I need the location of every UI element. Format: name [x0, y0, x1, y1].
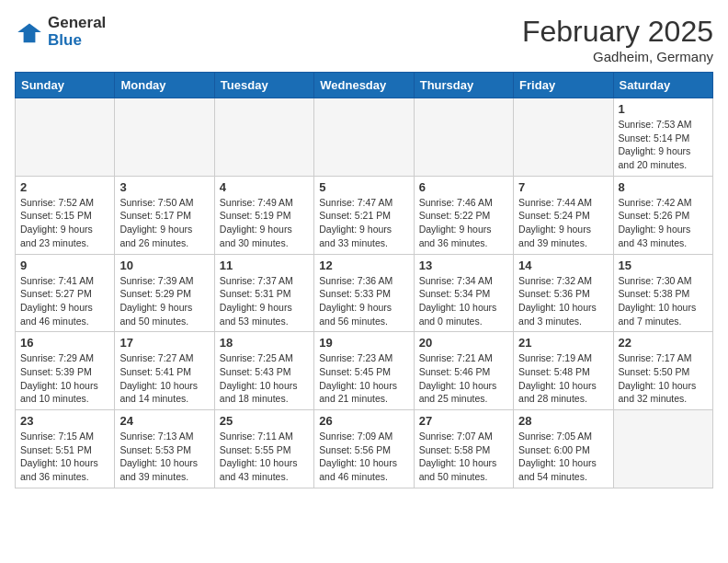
calendar-cell: 21Sunrise: 7:19 AM Sunset: 5:48 PM Dayli… — [514, 332, 613, 410]
day-info: Sunrise: 7:52 AM Sunset: 5:15 PM Dayligh… — [20, 196, 109, 250]
day-number: 18 — [220, 336, 309, 350]
day-info: Sunrise: 7:05 AM Sunset: 6:00 PM Dayligh… — [518, 430, 608, 484]
day-info: Sunrise: 7:53 AM Sunset: 5:14 PM Dayligh… — [619, 118, 708, 172]
day-number: 1 — [619, 102, 708, 116]
calendar-week-row: 23Sunrise: 7:15 AM Sunset: 5:51 PM Dayli… — [16, 410, 713, 488]
day-number: 23 — [20, 414, 109, 428]
calendar-cell: 12Sunrise: 7:36 AM Sunset: 5:33 PM Dayli… — [314, 254, 414, 332]
day-info: Sunrise: 7:37 AM Sunset: 5:31 PM Dayligh… — [220, 274, 309, 328]
day-number: 20 — [419, 336, 508, 350]
calendar-cell: 24Sunrise: 7:13 AM Sunset: 5:53 PM Dayli… — [115, 410, 214, 488]
day-info: Sunrise: 7:41 AM Sunset: 5:27 PM Dayligh… — [20, 274, 109, 328]
day-number: 15 — [619, 259, 708, 272]
day-info: Sunrise: 7:44 AM Sunset: 5:24 PM Dayligh… — [518, 196, 608, 250]
day-number: 27 — [419, 414, 508, 428]
calendar-cell: 17Sunrise: 7:27 AM Sunset: 5:41 PM Dayli… — [115, 332, 214, 410]
calendar-cell: 5Sunrise: 7:47 AM Sunset: 5:21 PM Daylig… — [314, 176, 414, 254]
day-number: 2 — [20, 180, 109, 194]
title-block: February 2025 Gadheim, Germany — [522, 15, 713, 64]
calendar-cell: 27Sunrise: 7:07 AM Sunset: 5:58 PM Dayli… — [414, 410, 513, 488]
weekday-header-thursday: Thursday — [414, 73, 513, 98]
calendar-cell: 6Sunrise: 7:46 AM Sunset: 5:22 PM Daylig… — [414, 176, 513, 254]
calendar-cell: 1Sunrise: 7:53 AM Sunset: 5:14 PM Daylig… — [613, 98, 712, 177]
day-info: Sunrise: 7:23 AM Sunset: 5:45 PM Dayligh… — [319, 351, 408, 406]
day-info: Sunrise: 7:19 AM Sunset: 5:48 PM Dayligh… — [518, 351, 608, 406]
day-number: 3 — [119, 180, 209, 194]
logo-icon — [15, 17, 44, 47]
day-info: Sunrise: 7:13 AM Sunset: 5:53 PM Dayligh… — [119, 430, 209, 484]
day-number: 12 — [319, 259, 408, 272]
day-number: 16 — [20, 336, 109, 350]
calendar-week-row: 1Sunrise: 7:53 AM Sunset: 5:14 PM Daylig… — [16, 98, 713, 177]
day-info: Sunrise: 7:36 AM Sunset: 5:33 PM Dayligh… — [319, 274, 408, 328]
weekday-header-tuesday: Tuesday — [214, 73, 313, 98]
day-number: 6 — [419, 180, 508, 194]
day-number: 8 — [619, 180, 708, 194]
calendar-cell — [314, 98, 414, 177]
day-info: Sunrise: 7:46 AM Sunset: 5:22 PM Dayligh… — [419, 196, 508, 250]
day-info: Sunrise: 7:32 AM Sunset: 5:36 PM Dayligh… — [518, 274, 608, 328]
calendar-table: SundayMondayTuesdayWednesdayThursdayFrid… — [15, 72, 713, 488]
calendar-cell: 3Sunrise: 7:50 AM Sunset: 5:17 PM Daylig… — [115, 176, 214, 254]
logo: General Blue — [15, 15, 106, 49]
day-number: 21 — [518, 336, 608, 350]
day-info: Sunrise: 7:49 AM Sunset: 5:19 PM Dayligh… — [220, 196, 309, 250]
day-number: 9 — [20, 259, 109, 272]
day-info: Sunrise: 7:30 AM Sunset: 5:38 PM Dayligh… — [619, 274, 708, 328]
calendar-cell: 8Sunrise: 7:42 AM Sunset: 5:26 PM Daylig… — [613, 176, 712, 254]
calendar-cell: 10Sunrise: 7:39 AM Sunset: 5:29 PM Dayli… — [115, 254, 214, 332]
day-info: Sunrise: 7:50 AM Sunset: 5:17 PM Dayligh… — [119, 196, 209, 250]
day-number: 17 — [119, 336, 209, 350]
calendar-cell — [115, 98, 214, 177]
calendar-cell: 16Sunrise: 7:29 AM Sunset: 5:39 PM Dayli… — [16, 332, 115, 410]
day-info: Sunrise: 7:39 AM Sunset: 5:29 PM Dayligh… — [119, 274, 209, 328]
calendar-cell: 15Sunrise: 7:30 AM Sunset: 5:38 PM Dayli… — [613, 254, 712, 332]
day-number: 25 — [220, 414, 309, 428]
day-number: 10 — [119, 259, 209, 272]
calendar-cell: 28Sunrise: 7:05 AM Sunset: 6:00 PM Dayli… — [514, 410, 613, 488]
logo-text: General Blue — [48, 15, 106, 49]
logo-blue: Blue — [48, 32, 106, 50]
weekday-header-wednesday: Wednesday — [314, 73, 414, 98]
day-number: 14 — [518, 259, 608, 272]
day-info: Sunrise: 7:21 AM Sunset: 5:46 PM Dayligh… — [419, 351, 508, 406]
calendar-cell — [16, 98, 115, 177]
day-info: Sunrise: 7:25 AM Sunset: 5:43 PM Dayligh… — [220, 351, 309, 406]
day-info: Sunrise: 7:27 AM Sunset: 5:41 PM Dayligh… — [119, 351, 209, 406]
calendar-cell: 11Sunrise: 7:37 AM Sunset: 5:31 PM Dayli… — [214, 254, 313, 332]
day-info: Sunrise: 7:29 AM Sunset: 5:39 PM Dayligh… — [20, 351, 109, 406]
calendar-cell — [613, 410, 712, 488]
day-info: Sunrise: 7:07 AM Sunset: 5:58 PM Dayligh… — [419, 430, 508, 484]
calendar-cell: 23Sunrise: 7:15 AM Sunset: 5:51 PM Dayli… — [16, 410, 115, 488]
day-info: Sunrise: 7:17 AM Sunset: 5:50 PM Dayligh… — [619, 351, 708, 406]
calendar-cell: 26Sunrise: 7:09 AM Sunset: 5:56 PM Dayli… — [314, 410, 414, 488]
weekday-header-sunday: Sunday — [16, 73, 115, 98]
day-number: 7 — [518, 180, 608, 194]
day-number: 24 — [119, 414, 209, 428]
calendar-cell: 22Sunrise: 7:17 AM Sunset: 5:50 PM Dayli… — [613, 332, 712, 410]
day-number: 4 — [220, 180, 309, 194]
calendar-cell: 19Sunrise: 7:23 AM Sunset: 5:45 PM Dayli… — [314, 332, 414, 410]
calendar-cell: 7Sunrise: 7:44 AM Sunset: 5:24 PM Daylig… — [514, 176, 613, 254]
day-number: 26 — [319, 414, 408, 428]
page-header: General Blue February 2025 Gadheim, Germ… — [15, 15, 713, 64]
calendar-subtitle: Gadheim, Germany — [522, 49, 713, 64]
day-info: Sunrise: 7:42 AM Sunset: 5:26 PM Dayligh… — [619, 196, 708, 250]
day-number: 5 — [319, 180, 408, 194]
calendar-cell: 25Sunrise: 7:11 AM Sunset: 5:55 PM Dayli… — [214, 410, 313, 488]
day-number: 19 — [319, 336, 408, 350]
day-info: Sunrise: 7:11 AM Sunset: 5:55 PM Dayligh… — [220, 430, 309, 484]
day-info: Sunrise: 7:47 AM Sunset: 5:21 PM Dayligh… — [319, 196, 408, 250]
day-number: 22 — [619, 336, 708, 350]
day-number: 28 — [518, 414, 608, 428]
calendar-cell: 4Sunrise: 7:49 AM Sunset: 5:19 PM Daylig… — [214, 176, 313, 254]
calendar-week-row: 9Sunrise: 7:41 AM Sunset: 5:27 PM Daylig… — [16, 254, 713, 332]
day-number: 13 — [419, 259, 508, 272]
calendar-cell — [514, 98, 613, 177]
calendar-title: February 2025 — [522, 15, 713, 49]
day-info: Sunrise: 7:09 AM Sunset: 5:56 PM Dayligh… — [319, 430, 408, 484]
calendar-cell: 9Sunrise: 7:41 AM Sunset: 5:27 PM Daylig… — [16, 254, 115, 332]
logo-general: General — [48, 15, 106, 32]
day-info: Sunrise: 7:15 AM Sunset: 5:51 PM Dayligh… — [20, 430, 109, 484]
calendar-cell: 14Sunrise: 7:32 AM Sunset: 5:36 PM Dayli… — [514, 254, 613, 332]
